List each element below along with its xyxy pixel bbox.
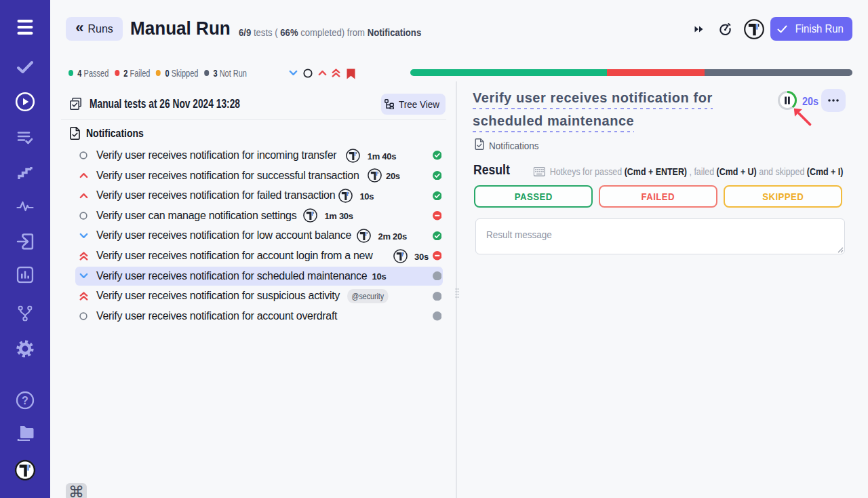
svg-text:?: ? (22, 395, 28, 406)
